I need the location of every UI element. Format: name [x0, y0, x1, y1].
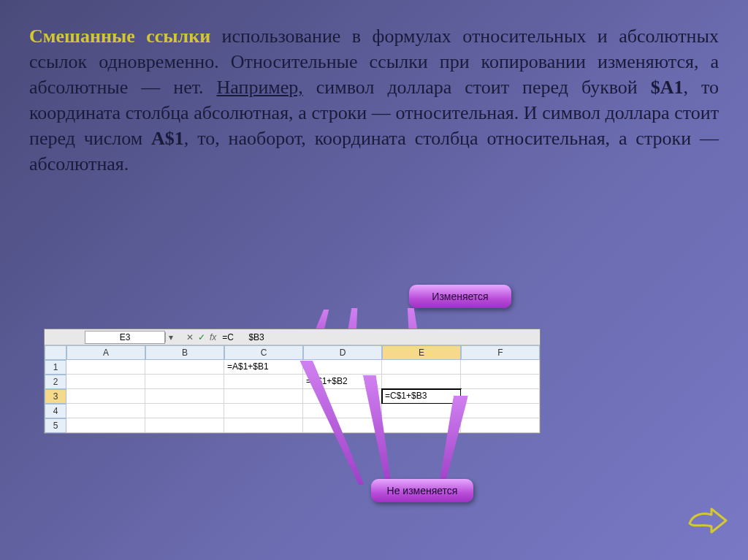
spreadsheet-grid[interactable]: A B C D E F 1 =A$1+$B1 2 =B$1+$B2 3 =C$1… — [45, 345, 540, 433]
callout-top-label: Изменяется — [432, 291, 488, 302]
cancel-icon[interactable]: ✕ — [186, 332, 194, 342]
cell[interactable]: =A$1+$B1 — [224, 360, 303, 375]
row-header[interactable]: 4 — [45, 404, 66, 418]
cell[interactable] — [303, 418, 382, 433]
select-all-corner[interactable] — [45, 345, 66, 360]
cell[interactable] — [66, 360, 145, 375]
row-header[interactable]: 3 — [45, 389, 66, 404]
fx-icon[interactable]: fx — [210, 332, 216, 342]
namebox-dropdown-icon[interactable]: ▾ — [165, 332, 175, 342]
cell[interactable] — [382, 404, 461, 418]
row-header[interactable]: 2 — [45, 375, 66, 389]
col-header[interactable]: B — [145, 345, 224, 360]
cell[interactable] — [461, 375, 540, 389]
formula-bar[interactable]: =C$1+$B3 — [216, 332, 540, 342]
cell[interactable] — [224, 375, 303, 389]
row-header[interactable]: 1 — [45, 360, 66, 375]
col-header[interactable]: E — [382, 345, 461, 360]
excel-screenshot: E3 ▾ ✕ ✓ fx =C$1+$B3 A B C D E F 1 =A$1+… — [44, 329, 541, 434]
text-p2: символ доллара стоит перед буквой — [303, 77, 651, 98]
cell[interactable] — [224, 418, 303, 433]
cell[interactable] — [461, 418, 540, 433]
cell[interactable] — [145, 404, 224, 418]
title-highlight: Смешанные ссылки — [29, 26, 210, 47]
col-header[interactable]: F — [461, 345, 540, 360]
cell[interactable] — [382, 375, 461, 389]
example-word: Например, — [217, 77, 303, 98]
cell-selected[interactable]: =C$1+$B3 — [382, 389, 461, 404]
cell[interactable] — [145, 375, 224, 389]
cell[interactable] — [145, 360, 224, 375]
cell[interactable] — [66, 404, 145, 418]
cell[interactable] — [224, 389, 303, 404]
col-header[interactable]: A — [66, 345, 145, 360]
name-box[interactable]: E3 — [85, 331, 165, 344]
ref2: А$1 — [151, 128, 184, 149]
arrow-right-icon — [687, 507, 728, 540]
cell[interactable] — [382, 360, 461, 375]
cell[interactable] — [461, 389, 540, 404]
cell[interactable] — [66, 389, 145, 404]
col-header[interactable]: C — [224, 345, 303, 360]
callout-top: Изменяется — [409, 285, 511, 308]
cell[interactable] — [461, 404, 540, 418]
cell[interactable] — [66, 418, 145, 433]
callout-bottom: Не изменяется — [371, 479, 473, 502]
ref1: $А1 — [651, 77, 684, 98]
fx-icons: ✕ ✓ fx — [186, 332, 216, 342]
next-arrow-button[interactable] — [687, 507, 728, 540]
cell[interactable] — [145, 389, 224, 404]
cell[interactable] — [66, 375, 145, 389]
col-header[interactable]: D — [303, 345, 382, 360]
paragraph-body: Смешанные ссылки использование в формула… — [29, 23, 719, 177]
cell[interactable] — [145, 418, 224, 433]
row-header[interactable]: 5 — [45, 418, 66, 433]
cell[interactable] — [461, 360, 540, 375]
callout-bottom-label: Не изменяется — [387, 485, 458, 496]
formula-bar-row: E3 ▾ ✕ ✓ fx =C$1+$B3 — [45, 329, 540, 345]
enter-icon[interactable]: ✓ — [198, 332, 205, 342]
cell[interactable] — [224, 404, 303, 418]
